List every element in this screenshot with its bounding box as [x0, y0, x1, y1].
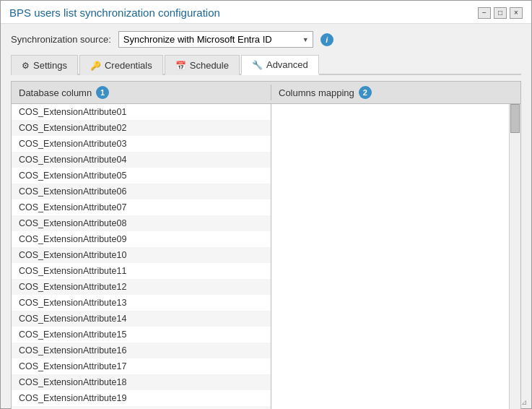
scrollbar[interactable]: ▲ ▼: [509, 104, 520, 409]
table-row[interactable]: COS_ExtensionAttribute15: [12, 327, 271, 343]
table-row[interactable]: COS_ExtensionAttribute02: [12, 120, 271, 136]
tab-advanced[interactable]: 🔧 Advanced: [241, 55, 319, 75]
table-row[interactable]: COS_ExtensionAttribute13: [12, 295, 271, 311]
table-row[interactable]: COS_ExtensionAttribute17: [12, 358, 271, 374]
sync-source-select[interactable]: Synchronize with Microsoft Entra ID: [118, 31, 313, 48]
main-scroll[interactable]: COS_ExtensionAttribute01COS_ExtensionAtt…: [12, 104, 509, 409]
minimize-button[interactable]: −: [478, 7, 491, 19]
table-row[interactable]: COS_ExtensionAttribute16: [12, 343, 271, 358]
window-controls: − □ ×: [478, 7, 523, 19]
col-db-header: Database column 1: [12, 85, 271, 100]
col-db-list: COS_ExtensionAttribute01COS_ExtensionAtt…: [12, 104, 271, 409]
table-scroll-wrapper: COS_ExtensionAttribute01COS_ExtensionAtt…: [12, 104, 520, 409]
table-header: Database column 1 Columns mapping 2: [12, 82, 520, 104]
table-row[interactable]: COS_ExtensionAttribute10: [12, 247, 271, 263]
schedule-icon: 📅: [175, 61, 186, 71]
table-row[interactable]: COS_ExtensionAttribute18: [12, 374, 271, 390]
table-row[interactable]: COS_ExtensionAttribute20: [12, 406, 271, 409]
table-row[interactable]: COS_ExtensionAttribute08: [12, 215, 271, 231]
credentials-icon: 🔑: [90, 61, 101, 71]
info-icon[interactable]: i: [320, 33, 333, 46]
sync-source-label: Synchronization source:: [11, 34, 111, 45]
table-row[interactable]: COS_ExtensionAttribute09: [12, 231, 271, 247]
scrollbar-thumb[interactable]: [510, 104, 520, 133]
col-map-list: [271, 104, 509, 409]
col-map-badge: 2: [359, 86, 372, 99]
maximize-button[interactable]: □: [494, 7, 507, 19]
table-row[interactable]: COS_ExtensionAttribute12: [12, 279, 271, 295]
tab-credentials-label: Credentials: [105, 60, 152, 71]
table-row[interactable]: COS_ExtensionAttribute03: [12, 136, 271, 152]
tab-credentials[interactable]: 🔑 Credentials: [79, 55, 163, 75]
table-row[interactable]: COS_ExtensionAttribute07: [12, 199, 271, 215]
table-row[interactable]: COS_ExtensionAttribute04: [12, 152, 271, 168]
table-row[interactable]: COS_ExtensionAttribute11: [12, 263, 271, 279]
tab-schedule[interactable]: 📅 Schedule: [165, 55, 240, 75]
tab-settings-label: Settings: [33, 60, 67, 71]
resize-handle[interactable]: ⊿: [521, 398, 530, 407]
col-db-badge: 1: [96, 86, 109, 99]
tab-settings[interactable]: ⚙ Settings: [11, 55, 78, 75]
tabs-row: ⚙ Settings 🔑 Credentials 📅 Schedule 🔧 Ad…: [11, 53, 521, 75]
advanced-icon: 🔧: [252, 60, 263, 70]
table-container: Database column 1 Columns mapping 2 COS_…: [11, 81, 521, 409]
tab-schedule-label: Schedule: [190, 60, 229, 71]
settings-icon: ⚙: [22, 61, 30, 71]
col-map-header: Columns mapping 2: [271, 85, 520, 100]
sync-source-row: Synchronization source: Synchronize with…: [11, 31, 521, 48]
close-button[interactable]: ×: [510, 7, 523, 19]
table-row[interactable]: COS_ExtensionAttribute05: [12, 168, 271, 184]
sync-source-wrapper: Synchronize with Microsoft Entra ID: [118, 31, 313, 48]
window-title: BPS users list synchronization configura…: [9, 7, 220, 19]
table-row[interactable]: COS_ExtensionAttribute06: [12, 184, 271, 199]
content-area: Synchronization source: Synchronize with…: [1, 24, 531, 409]
col-db-title: Database column: [19, 87, 92, 98]
table-row[interactable]: COS_ExtensionAttribute14: [12, 311, 271, 327]
table-row[interactable]: COS_ExtensionAttribute19: [12, 390, 271, 406]
col-map-title: Columns mapping: [279, 87, 354, 98]
table-row[interactable]: COS_ExtensionAttribute01: [12, 104, 271, 120]
tab-advanced-label: Advanced: [266, 59, 308, 70]
title-bar: BPS users list synchronization configura…: [1, 1, 531, 24]
main-window: BPS users list synchronization configura…: [0, 0, 532, 409]
